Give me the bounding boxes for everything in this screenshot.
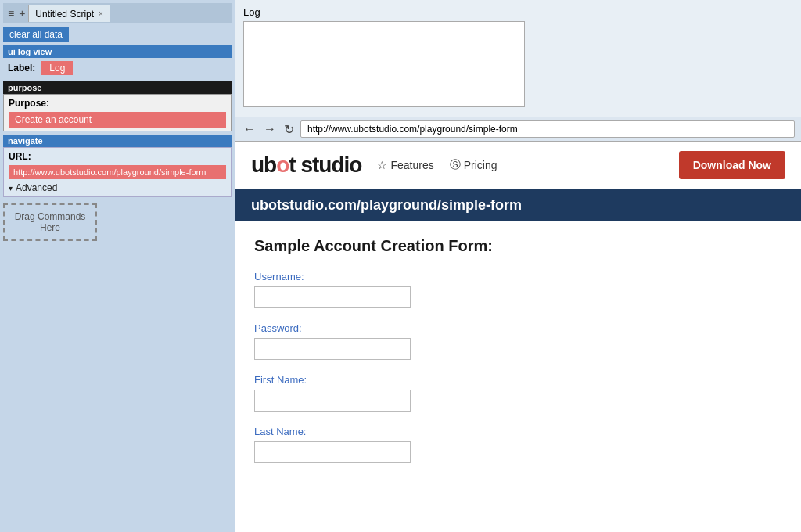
pricing-icon: Ⓢ <box>450 158 461 172</box>
navigate-header: navigate <box>3 135 232 147</box>
tab-close-icon[interactable]: × <box>99 9 103 18</box>
username-label: Username: <box>254 271 686 282</box>
purpose-value-button[interactable]: Create an account <box>9 112 226 128</box>
label-text: Label: <box>8 63 35 74</box>
clear-all-data-button[interactable]: clear all data <box>3 27 69 42</box>
right-panel: Log ← → ↻ ubot studio ☆ Features Ⓢ Prici… <box>235 0 801 532</box>
drag-commands-area[interactable]: Drag Commands Here <box>3 203 97 241</box>
advanced-toggle[interactable]: ▾ Advanced <box>9 182 226 193</box>
new-tab-icon[interactable]: + <box>17 5 27 21</box>
purpose-section: purpose Purpose: Create an account <box>3 81 232 131</box>
lastname-input[interactable] <box>254 441 411 463</box>
left-panel: ≡ + Untitled Script × clear all data ui … <box>0 0 235 532</box>
username-input[interactable] <box>254 286 411 308</box>
url-value-button[interactable]: http://www.ubotstudio.com/playground/sim… <box>9 165 226 179</box>
script-tab[interactable]: Untitled Script × <box>28 5 110 22</box>
firstname-group: First Name: <box>254 374 686 412</box>
download-now-button[interactable]: Download Now <box>679 151 785 179</box>
username-group: Username: <box>254 271 686 308</box>
browser-chrome: ← → ↻ <box>235 117 801 142</box>
hamburger-icon[interactable]: ≡ <box>6 5 16 21</box>
refresh-button[interactable]: ↻ <box>282 122 296 137</box>
log-textarea[interactable] <box>243 21 525 107</box>
form-container: Sample Account Creation Form: Username: … <box>235 221 705 493</box>
browser-content: ubot studio ☆ Features Ⓢ Pricing Downloa… <box>235 142 801 532</box>
advanced-label: Advanced <box>16 182 57 193</box>
pricing-link[interactable]: Ⓢ Pricing <box>450 158 497 172</box>
navigate-body: URL: http://www.ubotstudio.com/playgroun… <box>3 147 232 197</box>
blue-banner: ubotstudio.com/playground/simple-form <box>235 189 801 221</box>
log-area-container: Log <box>235 0 801 117</box>
features-link[interactable]: ☆ Features <box>377 159 433 171</box>
navigate-section: navigate URL: http://www.ubotstudio.com/… <box>3 135 232 197</box>
lastname-group: Last Name: <box>254 426 686 463</box>
firstname-label: First Name: <box>254 374 686 386</box>
firstname-input[interactable] <box>254 390 411 412</box>
log-title: Log <box>243 6 793 18</box>
form-title: Sample Account Creation Form: <box>254 237 686 255</box>
forward-button[interactable]: → <box>262 122 278 136</box>
purpose-inner: Purpose: Create an account <box>3 94 232 131</box>
ubot-navbar: ubot studio ☆ Features Ⓢ Pricing Downloa… <box>235 142 801 189</box>
password-input[interactable] <box>254 338 411 360</box>
purpose-header: purpose <box>3 81 232 94</box>
password-label: Password: <box>254 322 686 334</box>
back-button[interactable]: ← <box>242 122 257 136</box>
ubot-logo: ubot studio <box>251 153 361 178</box>
url-label: URL: <box>9 151 226 162</box>
log-button[interactable]: Log <box>41 61 73 75</box>
log-label-row: Label: Log <box>3 58 232 78</box>
purpose-label: Purpose: <box>9 98 226 109</box>
tab-bar: ≡ + Untitled Script × <box>3 3 232 23</box>
tab-title: Untitled Script <box>35 9 94 20</box>
ui-log-view-section: ui log view Label: Log <box>3 45 232 78</box>
star-icon: ☆ <box>377 159 387 171</box>
address-bar[interactable] <box>300 120 795 138</box>
lastname-label: Last Name: <box>254 426 686 437</box>
password-group: Password: <box>254 322 686 360</box>
chevron-down-icon: ▾ <box>9 184 13 192</box>
ui-log-view-header: ui log view <box>3 45 232 58</box>
